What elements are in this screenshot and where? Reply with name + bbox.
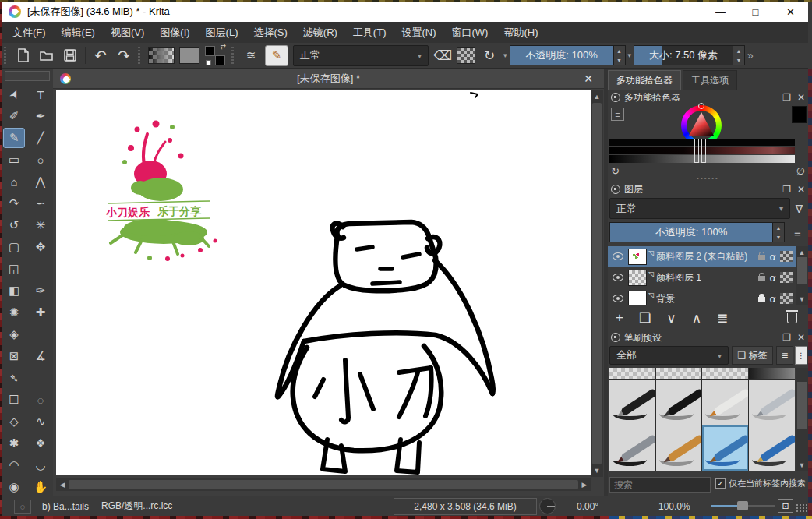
brush-search-input[interactable] (609, 477, 711, 493)
document-titlebar[interactable]: [未保存图像] * ✕ (53, 69, 604, 89)
alpha-lock-icon[interactable]: α (769, 293, 776, 305)
menu-item[interactable]: 工具(T) (345, 22, 394, 43)
toolbox-tool[interactable]: ◌ (30, 390, 51, 410)
toolbox-tool[interactable]: ◈ (3, 324, 25, 344)
layer-thumbnail[interactable] (628, 249, 647, 265)
brush-editor-button[interactable]: ✎ (265, 45, 288, 66)
horizontal-scroll-thumb[interactable] (69, 480, 578, 489)
alpha-channel-icon[interactable] (780, 272, 793, 283)
fit-to-view-button[interactable]: ⊡ (778, 499, 793, 513)
scroll-up-icon[interactable]: ▲ (591, 90, 603, 103)
opacity-spinner[interactable]: ▲▼ (614, 45, 626, 65)
toolbox-grip[interactable] (5, 71, 50, 81)
toolbox-tool[interactable]: ✥ (30, 237, 51, 257)
delete-layer-button[interactable] (787, 313, 797, 323)
float-docker-icon[interactable]: ❐ (782, 184, 791, 195)
toolbox-tool[interactable]: ⌂ (3, 171, 25, 192)
layer-visibility-icon[interactable] (613, 295, 623, 302)
brush-preset[interactable] (656, 380, 702, 425)
foreground-background-colors[interactable]: ⇄ (205, 45, 226, 66)
toolbox-tool[interactable]: ✐ (3, 106, 25, 126)
float-docker-icon[interactable]: ❐ (782, 92, 791, 103)
open-document-button[interactable] (37, 45, 57, 65)
blending-mode-dropdown[interactable]: 正常 ▾ (293, 45, 429, 66)
toolbox-tool[interactable]: ∿ (30, 411, 51, 432)
vertical-scroll-thumb[interactable] (592, 103, 602, 464)
statusbar-rotation-angle[interactable]: 0.00° (577, 501, 598, 512)
menu-item[interactable]: 编辑(E) (54, 22, 103, 43)
toolbox-tool[interactable]: ↺ (3, 215, 25, 235)
brush-preset[interactable] (609, 380, 655, 425)
docker-tab[interactable]: 多功能拾色器 (608, 70, 681, 90)
alpha-lock-icon[interactable]: α (769, 272, 776, 284)
toolbox-tool[interactable]: ∽ (30, 193, 51, 214)
layer-row[interactable]: ◹ 颜料图层 1 α (608, 267, 808, 288)
brush-preset[interactable] (749, 380, 795, 425)
menu-item[interactable]: 滤镜(R) (295, 22, 345, 43)
layer-blending-dropdown[interactable]: 正常 ▾ (609, 198, 790, 219)
toolbox-tool[interactable]: T (30, 84, 51, 104)
brush-detail-view-icon[interactable]: ⋮ (795, 346, 807, 365)
add-layer-button[interactable]: + (616, 310, 623, 326)
layer-opacity-spinner[interactable]: ▲▼ (773, 222, 785, 242)
brush-preset[interactable] (749, 425, 795, 471)
docker-lock-icon[interactable] (611, 185, 620, 194)
toolbox-tool[interactable]: ➤ (3, 84, 25, 104)
brush-option-icon[interactable]: ≋ (241, 45, 261, 65)
layer-menu-icon[interactable]: ≡ (789, 222, 807, 242)
no-color-icon[interactable]: ∅ (796, 165, 805, 177)
toolbox-tool[interactable]: ✒ (30, 106, 51, 126)
toolbox-tool[interactable]: ↷ (3, 193, 25, 214)
brush-view-menu-icon[interactable]: ≡ (776, 346, 793, 365)
toolbox-tool[interactable]: ✳ (30, 215, 51, 235)
canvas[interactable]: 小刀娱乐 乐于分享 (56, 90, 591, 475)
toolbar-grip[interactable] (138, 47, 143, 64)
brush-preset[interactable] (609, 425, 655, 471)
toolbox-tool[interactable]: ◇ (3, 411, 25, 432)
toolbox-tool[interactable]: ◱ (3, 259, 25, 279)
brush-size-slider[interactable]: 大小: 7.50 像素 (634, 45, 733, 65)
layer-thumbnail[interactable] (628, 291, 647, 306)
undo-button[interactable]: ↶ (90, 45, 111, 65)
toolbox-tool[interactable]: ✋ (30, 477, 51, 497)
search-scope-checkbox[interactable]: ✓ (715, 478, 726, 489)
statusbar-brush-name[interactable]: b) Ba...tails (42, 501, 89, 512)
background-color[interactable] (215, 55, 225, 65)
new-document-button[interactable] (13, 45, 34, 65)
layer-name[interactable]: 颜料图层 1 (656, 271, 759, 284)
menu-item[interactable]: 图层(L) (198, 22, 246, 43)
toolbar-overflow-icon[interactable]: » (745, 49, 756, 62)
brush-preset-partial[interactable] (609, 368, 655, 379)
close-button[interactable]: ✕ (773, 2, 808, 22)
chevron-down-icon[interactable]: ▾ (626, 51, 634, 59)
current-color-swatch[interactable] (792, 106, 807, 123)
move-layer-up-button[interactable]: ∧ (692, 310, 701, 327)
brush-preset-partial[interactable] (656, 368, 702, 379)
toolbox-tool[interactable]: ✚ (30, 302, 51, 323)
reload-preset-button[interactable]: ↻ (479, 45, 500, 65)
layer-list-scrollbar[interactable]: ▲ ▼ (796, 246, 808, 305)
scroll-down-icon[interactable]: ▼ (796, 459, 808, 471)
menu-item[interactable]: 文件(F) (5, 22, 54, 43)
docker-tab[interactable]: 工具选项 (683, 70, 737, 90)
toolbox-tool[interactable]: ⊠ (3, 346, 25, 366)
move-layer-down-button[interactable]: ∨ (666, 310, 676, 327)
toolbar-grip[interactable] (231, 47, 237, 64)
menu-item[interactable]: 窗口(W) (444, 22, 496, 43)
menu-item[interactable]: 视图(V) (103, 22, 152, 43)
tag-button[interactable]: ❑ 标签 (732, 346, 773, 365)
menu-item[interactable]: 帮助(H) (496, 22, 545, 43)
refresh-icon[interactable]: ↻ (611, 165, 620, 177)
toolbox-tool[interactable]: ✱ (3, 433, 25, 454)
brush-preset[interactable] (702, 425, 748, 471)
toolbar-grip[interactable] (4, 47, 9, 64)
redo-button[interactable]: ↷ (114, 45, 134, 65)
selection-mode-icon[interactable]: ◌ (14, 500, 31, 514)
menu-item[interactable]: 设置(N) (394, 22, 443, 43)
brush-size-spinner[interactable]: ▲▼ (733, 45, 745, 65)
canvas-vertical-scrollbar[interactable]: ▲ ▼ (591, 90, 603, 477)
swap-colors-icon[interactable]: ⇄ (220, 43, 226, 51)
brush-filter-dropdown[interactable]: 全部 ▾ (609, 346, 729, 365)
toolbox-tool[interactable]: ∡ (30, 346, 51, 366)
brush-grid-scrollbar[interactable]: ▼ (796, 368, 808, 471)
